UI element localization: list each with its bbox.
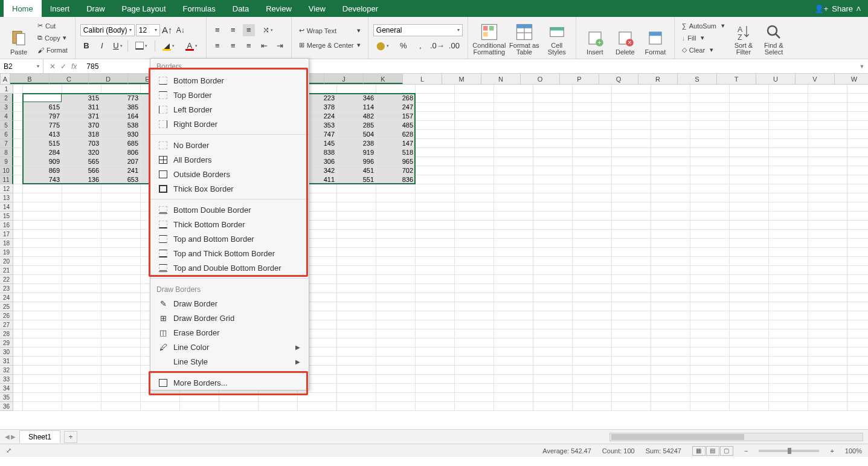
border-item-line-color[interactable]: 🖊Line Color▶ <box>150 340 309 354</box>
cell-N28[interactable] <box>494 329 533 338</box>
cell-L10[interactable] <box>416 166 455 175</box>
cell-K24[interactable] <box>376 293 416 302</box>
paste-button[interactable]: Paste <box>5 19 33 57</box>
cell-L24[interactable] <box>416 293 455 302</box>
cell-M22[interactable] <box>455 275 494 284</box>
cell-O22[interactable] <box>533 275 573 284</box>
column-header-M[interactable]: M <box>442 74 481 84</box>
cell-L21[interactable] <box>416 266 455 275</box>
name-box[interactable]: B2▾ <box>0 59 43 73</box>
cell-J2[interactable]: 346 <box>337 94 376 103</box>
cell-M14[interactable] <box>455 202 494 212</box>
italic-button[interactable]: I <box>96 40 108 52</box>
cell-R18[interactable] <box>651 239 690 248</box>
cell-U27[interactable] <box>769 320 808 329</box>
cell-V1[interactable] <box>808 85 847 94</box>
cell-D27[interactable] <box>101 320 141 329</box>
align-center-button[interactable]: ≡ <box>227 40 239 52</box>
cell-L6[interactable] <box>416 130 455 139</box>
cell-A15[interactable] <box>13 212 23 221</box>
cell-C10[interactable]: 566 <box>62 166 101 175</box>
cell-B23[interactable] <box>23 284 62 293</box>
cell-D31[interactable] <box>101 357 141 366</box>
cell-Q10[interactable] <box>612 166 651 175</box>
copy-button[interactable]: ⧉Copy▾ <box>35 33 70 44</box>
cell-U9[interactable] <box>769 157 808 166</box>
cell-J18[interactable] <box>337 239 376 248</box>
cell-T29[interactable] <box>730 338 769 348</box>
cell-J30[interactable] <box>337 348 376 357</box>
cell-C16[interactable] <box>62 221 101 230</box>
cell-D7[interactable]: 685 <box>101 139 141 148</box>
row-header-22[interactable]: 22 <box>0 275 13 284</box>
cell-P3[interactable] <box>573 103 612 112</box>
cell-S32[interactable] <box>690 366 730 375</box>
row-header-13[interactable]: 13 <box>0 193 13 202</box>
cell-S6[interactable] <box>690 130 730 139</box>
decrease-font-button[interactable]: A↓ <box>175 24 187 36</box>
cell-M9[interactable] <box>455 157 494 166</box>
cell-U36[interactable] <box>769 402 808 411</box>
cell-U4[interactable] <box>769 112 808 121</box>
cell-B29[interactable] <box>23 338 62 348</box>
cell-T26[interactable] <box>730 311 769 320</box>
border-item-left-border[interactable]: Left Border <box>150 102 309 117</box>
cell-K31[interactable] <box>376 357 416 366</box>
cell-N17[interactable] <box>494 230 533 239</box>
cell-M36[interactable] <box>455 402 494 411</box>
cell-P21[interactable] <box>573 266 612 275</box>
cell-W34[interactable] <box>847 384 868 393</box>
cell-B13[interactable] <box>23 193 62 202</box>
column-header-K[interactable]: K <box>364 74 403 84</box>
cell-C25[interactable] <box>62 302 101 311</box>
cell-O29[interactable] <box>533 338 573 348</box>
cell-V9[interactable] <box>808 157 847 166</box>
cell-M32[interactable] <box>455 366 494 375</box>
cell-B27[interactable] <box>23 320 62 329</box>
cell-L28[interactable] <box>416 329 455 338</box>
cell-W28[interactable] <box>847 329 868 338</box>
cell-O36[interactable] <box>533 402 573 411</box>
cell-M12[interactable] <box>455 184 494 193</box>
cell-J3[interactable]: 114 <box>337 103 376 112</box>
cell-S4[interactable] <box>690 112 730 121</box>
cell-B17[interactable] <box>23 230 62 239</box>
cell-L2[interactable] <box>416 94 455 103</box>
cell-D30[interactable] <box>101 348 141 357</box>
cell-D28[interactable] <box>101 329 141 338</box>
border-item-right-border[interactable]: Right Border <box>150 117 309 131</box>
cell-Q4[interactable] <box>612 112 651 121</box>
column-header-Q[interactable]: Q <box>599 74 638 84</box>
cell-U29[interactable] <box>769 338 808 348</box>
merge-center-button[interactable]: ⊞Merge & Center▾ <box>297 40 363 51</box>
cell-L35[interactable] <box>416 393 455 402</box>
cell-V6[interactable] <box>808 130 847 139</box>
cell-D11[interactable]: 653 <box>101 175 141 184</box>
cell-B24[interactable] <box>23 293 62 302</box>
cells-area[interactable]: 7853157732233462686153113853781142477973… <box>13 85 868 429</box>
cell-R30[interactable] <box>651 348 690 357</box>
cell-B34[interactable] <box>23 384 62 393</box>
cell-K32[interactable] <box>376 366 416 375</box>
font-size-select[interactable]: 12▾ <box>136 24 160 36</box>
cell-K4[interactable]: 157 <box>376 112 416 121</box>
cell-A21[interactable] <box>13 266 23 275</box>
cell-B26[interactable] <box>23 311 62 320</box>
cell-T34[interactable] <box>730 384 769 393</box>
zoom-in-button[interactable]: + <box>830 447 834 455</box>
cell-C23[interactable] <box>62 284 101 293</box>
cell-P20[interactable] <box>573 257 612 266</box>
cell-A18[interactable] <box>13 239 23 248</box>
cell-N23[interactable] <box>494 284 533 293</box>
row-header-12[interactable]: 12 <box>0 184 13 193</box>
cell-C26[interactable] <box>62 311 101 320</box>
cell-S3[interactable] <box>690 103 730 112</box>
cell-S28[interactable] <box>690 329 730 338</box>
cell-W12[interactable] <box>847 184 868 193</box>
cell-V16[interactable] <box>808 221 847 230</box>
cell-J16[interactable] <box>337 221 376 230</box>
cell-A4[interactable] <box>13 112 23 121</box>
tab-data[interactable]: Data <box>224 0 257 17</box>
cell-P27[interactable] <box>573 320 612 329</box>
column-header-C[interactable]: C <box>50 74 89 84</box>
